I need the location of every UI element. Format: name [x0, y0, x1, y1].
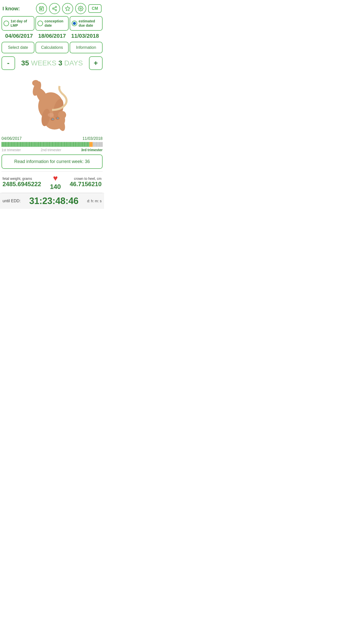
- edd-label: until EDD:: [3, 199, 21, 203]
- fetal-weight-label: fetal weight, grams: [3, 177, 41, 181]
- radio-lmp[interactable]: 1st day of LMP: [2, 16, 34, 31]
- edd-date: 11/03/2018: [71, 33, 99, 39]
- svg-rect-5: [41, 9, 42, 10]
- header-label: I know:: [3, 6, 34, 12]
- stats-row: fetal weight, grams 2485.6945222 ♥ 140 c…: [0, 172, 104, 193]
- calendar-icon[interactable]: [36, 3, 47, 14]
- information-button[interactable]: Information: [70, 42, 103, 53]
- radio-conception-circle: [37, 21, 43, 26]
- radio-edd-circle: [72, 21, 77, 26]
- dates-row: 04/06/2017 18/06/2017 11/03/2018: [0, 32, 104, 42]
- radio-group: 1st day of LMP conception date estimated…: [0, 16, 104, 31]
- cm-button[interactable]: CM: [88, 4, 102, 13]
- heart-icon: ♥: [50, 174, 61, 183]
- radio-conception[interactable]: conception date: [35, 16, 68, 31]
- trimester-1-label: 1st trimester: [2, 148, 21, 152]
- header: I know: CM: [0, 0, 104, 16]
- action-buttons: Select date Calculations Information: [0, 42, 104, 53]
- plus-button[interactable]: +: [89, 56, 103, 70]
- weeks-label: WEEKS: [31, 59, 56, 67]
- crown-heel-value: 46.7156210: [70, 181, 102, 188]
- trimester-labels: 1st trimester 2nd trimester 3rd trimeste…: [2, 148, 103, 152]
- svg-point-24: [52, 118, 54, 120]
- svg-point-26: [48, 113, 54, 117]
- trimester-2-label: 2nd trimester: [41, 148, 61, 152]
- days-label: DAYS: [64, 59, 83, 67]
- settings-icon[interactable]: [75, 3, 86, 14]
- progress-bar: [2, 142, 103, 147]
- share-icon[interactable]: [49, 3, 60, 14]
- svg-point-6: [55, 6, 57, 8]
- radio-edd[interactable]: estimated due date: [70, 16, 103, 31]
- weeks-value: 35: [21, 59, 29, 67]
- edd-unit: d: h: m: s: [87, 199, 102, 203]
- svg-point-17: [32, 80, 39, 86]
- fetus-container: [0, 71, 104, 136]
- svg-line-10: [54, 7, 55, 8]
- read-week-button[interactable]: Read information for current week: 36: [2, 154, 103, 169]
- svg-point-7: [53, 8, 54, 9]
- svg-point-25: [57, 117, 59, 119]
- svg-point-8: [55, 10, 57, 11]
- minus-button[interactable]: -: [2, 56, 15, 70]
- lmp-date: 04/06/2017: [5, 33, 33, 39]
- svg-marker-11: [65, 6, 70, 11]
- svg-point-12: [80, 8, 81, 9]
- radio-lmp-label: 1st day of LMP: [11, 19, 32, 28]
- svg-rect-4: [40, 9, 41, 10]
- crown-heel-block: crown to heel, cm 46.7156210: [70, 177, 102, 188]
- progress-section: 04/06/2017 11/03/2018 1st trimester 2nd …: [0, 136, 104, 152]
- heart-rate-value: 140: [50, 183, 61, 191]
- fetus-image: [22, 73, 82, 134]
- weeks-row: - 35 WEEKS 3 DAYS +: [0, 55, 104, 71]
- svg-line-9: [54, 9, 55, 10]
- progress-start-date: 04/06/2017: [2, 136, 22, 141]
- crown-heel-label: crown to heel, cm: [70, 177, 102, 181]
- star-icon[interactable]: [62, 3, 73, 14]
- radio-conception-label: conception date: [44, 19, 66, 28]
- heart-block: ♥ 140: [50, 174, 61, 191]
- fetal-weight-block: fetal weight, grams 2485.6945222: [3, 177, 41, 188]
- progress-end-date: 11/03/2018: [82, 136, 103, 141]
- conception-date: 18/06/2017: [38, 33, 66, 39]
- progress-dates: 04/06/2017 11/03/2018: [2, 136, 103, 141]
- trimester-3-label: 3rd trimester: [81, 148, 103, 152]
- edd-timer: 31:23:48:46: [29, 196, 78, 206]
- select-date-button[interactable]: Select date: [2, 42, 34, 53]
- fetal-weight-value: 2485.6945222: [3, 181, 41, 188]
- radio-edd-label: estimated due date: [79, 19, 101, 28]
- edd-bar: until EDD: 31:23:48:46 d: h: m: s: [0, 193, 104, 209]
- radio-lmp-circle: [4, 21, 9, 26]
- days-value: 3: [58, 59, 62, 67]
- weeks-display: 35 WEEKS 3 DAYS: [21, 59, 83, 67]
- calculations-button[interactable]: Calculations: [35, 42, 68, 53]
